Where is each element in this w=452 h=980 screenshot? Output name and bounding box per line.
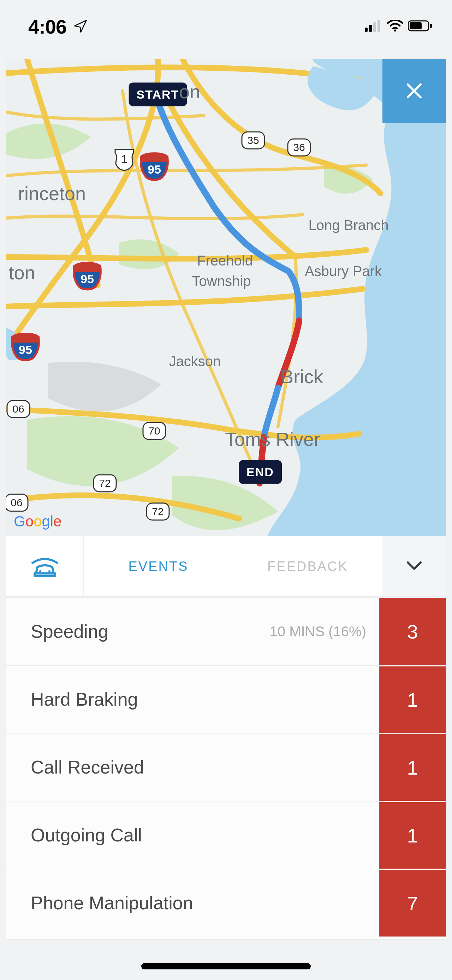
- route-end-marker[interactable]: END: [239, 460, 282, 484]
- state-route-35-shield: 35: [241, 131, 266, 150]
- location-services-icon: [73, 19, 87, 34]
- wifi-icon: [387, 20, 404, 33]
- event-label: Outgoing Call: [31, 824, 142, 846]
- tab-bar: EVENTS FEEDBACK: [6, 536, 446, 597]
- close-icon: [404, 80, 425, 102]
- home-indicator[interactable]: [141, 963, 311, 969]
- event-count: 1: [379, 666, 446, 733]
- event-row-speeding[interactable]: Speeding 10 MINS (16%) 3: [6, 597, 446, 665]
- cellular-signal-icon: [365, 20, 382, 33]
- state-route-72-shield: 72: [92, 474, 117, 493]
- state-route-06-shield-2: 06: [6, 493, 29, 512]
- event-row-call-received[interactable]: Call Received 1: [6, 733, 446, 801]
- event-count: 3: [379, 598, 446, 665]
- status-time: 4:06: [28, 15, 67, 38]
- us-route-1-shield: 1: [114, 148, 135, 172]
- svg-text:1: 1: [121, 153, 127, 165]
- event-row-phone-manipulation[interactable]: Phone Manipulation 7: [6, 869, 446, 937]
- state-route-06-shield: 06: [6, 399, 31, 418]
- event-label: Speeding: [31, 621, 108, 642]
- svg-text:95: 95: [19, 343, 32, 356]
- svg-text:72: 72: [99, 477, 111, 489]
- svg-rect-7: [430, 24, 432, 28]
- interstate-95-shield-3: 95: [10, 332, 41, 363]
- interstate-95-shield-2: 95: [72, 261, 102, 292]
- trip-card: START END rinceton ton on Long Branch Fr…: [6, 59, 446, 939]
- event-detail: 10 MINS (16%): [108, 624, 379, 640]
- events-list: Speeding 10 MINS (16%) 3 Hard Braking 1 …: [6, 597, 446, 939]
- status-right: [365, 20, 433, 33]
- car-icon: [30, 553, 60, 580]
- tab-events[interactable]: EVENTS: [84, 536, 233, 597]
- svg-point-27: [39, 570, 41, 573]
- svg-text:72: 72: [152, 506, 163, 517]
- svg-text:35: 35: [247, 134, 259, 146]
- status-bar: 4:06: [0, 0, 452, 53]
- svg-rect-2: [373, 22, 376, 32]
- battery-icon: [408, 20, 433, 33]
- svg-text:95: 95: [147, 162, 161, 176]
- svg-rect-3: [377, 20, 380, 32]
- svg-point-28: [48, 570, 51, 573]
- event-row-hard-braking[interactable]: Hard Braking 1: [6, 665, 446, 733]
- route-start-marker[interactable]: START: [129, 83, 187, 107]
- interstate-95-shield: 95: [139, 152, 170, 182]
- state-route-36-shield: 36: [287, 138, 311, 157]
- svg-text:70: 70: [148, 425, 160, 437]
- state-route-72-shield-2: 72: [146, 502, 170, 521]
- event-count: 1: [379, 802, 446, 869]
- chevron-down-icon: [406, 560, 423, 573]
- event-count: 1: [379, 733, 446, 801]
- close-button[interactable]: [382, 59, 446, 123]
- svg-rect-0: [365, 27, 368, 32]
- event-label: Hard Braking: [31, 689, 138, 710]
- svg-text:06: 06: [13, 403, 24, 415]
- svg-point-4: [394, 29, 396, 32]
- tab-feedback[interactable]: FEEDBACK: [233, 536, 382, 597]
- event-label: Phone Manipulation: [31, 892, 193, 913]
- svg-text:36: 36: [293, 142, 305, 153]
- svg-text:95: 95: [81, 272, 94, 286]
- svg-rect-6: [410, 22, 422, 29]
- event-count: 7: [379, 869, 446, 937]
- map-canvas: [6, 59, 446, 536]
- svg-text:06: 06: [11, 497, 22, 508]
- state-route-70-shield: 70: [142, 422, 167, 441]
- event-label: Call Received: [31, 757, 144, 778]
- event-row-outgoing-call[interactable]: Outgoing Call 1: [6, 801, 446, 869]
- collapse-button[interactable]: [382, 536, 446, 597]
- svg-rect-1: [369, 25, 372, 32]
- tab-vehicle[interactable]: [6, 536, 84, 597]
- trip-map[interactable]: START END rinceton ton on Long Branch Fr…: [6, 59, 446, 536]
